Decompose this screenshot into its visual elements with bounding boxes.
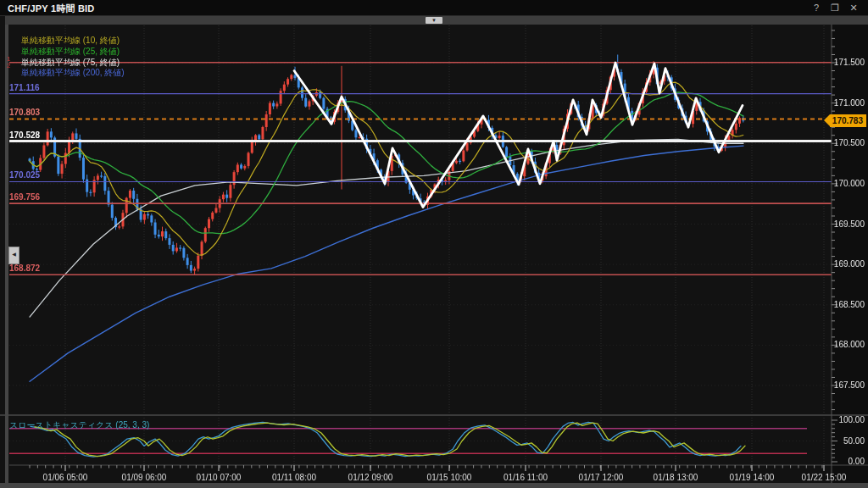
date-axis-label: 01/10 07:00 — [197, 473, 242, 482]
hline-label-169.756: 169.756 — [9, 192, 40, 202]
legend-item-sma-3[interactable]: 単純移動平均線 (200, 終値) — [21, 68, 125, 79]
hline-label-171.116: 171.116 — [9, 83, 40, 92]
panel-collapse-button[interactable]: ▼ — [426, 17, 442, 24]
date-axis-label: 01/11 08:00 — [272, 473, 316, 482]
date-axis-label: 01/09 06:00 — [122, 473, 167, 482]
hline-label-168.872: 168.872 — [9, 263, 40, 273]
price-axis-label-168.000: 168.000 — [834, 340, 865, 349]
hline-label-170.528: 170.528 — [9, 130, 40, 140]
indicator-legend: 単純移動平均線 (10, 終値)単純移動平均線 (25, 終値)単純移動平均線 … — [21, 36, 125, 79]
current-price-tag: 170.783 — [830, 114, 866, 127]
price-tag-arrow-icon — [824, 114, 830, 126]
price-axis-label-170.000: 170.000 — [834, 179, 865, 188]
date-axis-label: 01/17 12:00 — [579, 473, 624, 482]
bottom-frame — [0, 483, 868, 488]
price-chart-canvas[interactable] — [0, 0, 868, 488]
price-axis-label-171.000: 171.000 — [834, 98, 865, 108]
stoch-axis-label-0.00: 0.00 — [849, 457, 865, 466]
price-axis-label-168.500: 168.500 — [834, 300, 865, 309]
date-axis-label: 01/19 14:00 — [730, 473, 775, 482]
date-axis-label: 01/06 05:00 — [43, 473, 88, 482]
date-axis-label: 01/15 10:00 — [427, 473, 472, 482]
legend-item-sma-2[interactable]: 単純移動平均線 (75, 終値) — [21, 58, 125, 69]
help-button[interactable]: ? — [809, 2, 824, 14]
stoch-axis-label-100.00: 100.00 — [838, 415, 865, 424]
stoch-axis-label-50.00: 50.00 — [843, 436, 865, 446]
legend-item-sma-0[interactable]: 単純移動平均線 (10, 終値) — [21, 36, 125, 47]
hline-label-170.025: 170.025 — [9, 170, 40, 180]
hline-label-170.803: 170.803 — [9, 108, 40, 117]
close-button[interactable]: ✕ — [846, 2, 861, 14]
title-bar[interactable]: CHF/JPY 1時間 BID ? ❐ ✕ — [0, 0, 868, 16]
price-axis-label-167.500: 167.500 — [834, 380, 865, 390]
price-axis-label-169.500: 169.500 — [834, 219, 865, 229]
date-axis-label: 01/16 11:00 — [504, 473, 548, 482]
window-title: CHF/JPY 1時間 BID — [8, 3, 94, 15]
price-axis-label-171.500: 171.500 — [834, 58, 865, 67]
app-window: CHF/JPY 1時間 BID ? ❐ ✕ ▼ ◀ 単純移動平均線 (10, 終… — [0, 0, 868, 488]
date-axis-label: 01/12 09:00 — [348, 473, 393, 482]
maximize-button[interactable]: ❐ — [827, 2, 843, 14]
legend-item-sma-1[interactable]: 単純移動平均線 (25, 終値) — [21, 47, 125, 58]
date-axis-label: 01/22 15:00 — [802, 473, 847, 482]
stochastic-indicator-label[interactable]: スローストキャスティクス (25, 3, 3) — [9, 419, 149, 431]
price-axis-label-169.000: 169.000 — [834, 259, 865, 269]
price-axis-label-170.500: 170.500 — [834, 138, 865, 147]
date-axis-label: 01/18 13:00 — [654, 473, 698, 482]
sidebar-collapse-handle[interactable]: ◀ — [8, 247, 19, 264]
current-price-value: 170.783 — [832, 116, 863, 125]
object-marker-2: 2 — [7, 63, 10, 69]
